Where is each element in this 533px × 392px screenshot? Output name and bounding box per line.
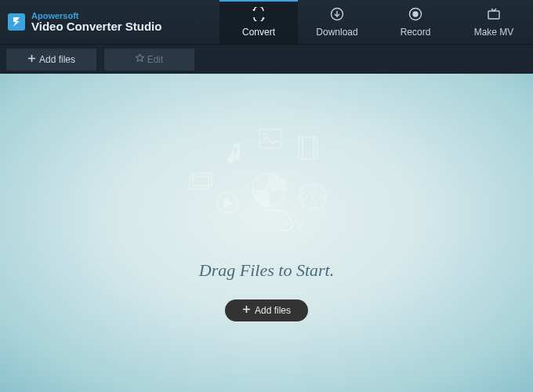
tabs: Convert Download Record	[219, 0, 533, 44]
add-files-primary-button[interactable]: Add files	[225, 299, 308, 321]
toolbar: Add files Edit	[0, 44, 533, 74]
svg-point-22	[319, 194, 325, 200]
play-circle-icon	[216, 191, 239, 215]
button-label: Add files	[39, 54, 75, 65]
button-label: Edit	[147, 54, 164, 65]
tab-make-mv[interactable]: Make MV	[455, 0, 533, 44]
film-icon	[298, 136, 318, 160]
svg-point-20	[299, 183, 326, 210]
note-icon	[227, 143, 245, 165]
brand: Apowersoft Video Converter Studio	[0, 0, 219, 44]
svg-point-21	[310, 186, 316, 191]
svg-point-25	[311, 195, 314, 198]
brand-product: Video Converter Studio	[31, 20, 161, 34]
tab-label: Download	[316, 27, 357, 38]
svg-point-23	[310, 203, 316, 209]
edit-icon	[136, 54, 144, 65]
svg-rect-6	[259, 129, 281, 148]
swirl-icon	[259, 207, 306, 238]
header: Apowersoft Video Converter Studio Conver…	[0, 0, 533, 44]
tab-convert[interactable]: Convert	[219, 0, 298, 44]
tab-label: Make MV	[474, 27, 514, 38]
media-illustration	[180, 129, 353, 246]
tab-label: Record	[401, 27, 431, 38]
brand-text: Apowersoft Video Converter Studio	[31, 11, 161, 34]
brand-logo-icon	[8, 13, 25, 31]
tab-download[interactable]: Download	[298, 0, 376, 44]
button-label: Add files	[255, 305, 291, 316]
svg-point-24	[302, 194, 307, 200]
brand-company: Apowersoft	[31, 11, 161, 20]
download-icon	[330, 7, 344, 24]
svg-point-7	[263, 133, 268, 138]
convert-icon	[251, 7, 266, 24]
add-files-button[interactable]: Add files	[6, 49, 96, 71]
tab-label: Convert	[242, 27, 275, 38]
svg-rect-3	[488, 11, 499, 19]
svg-point-2	[413, 12, 418, 16]
tab-record[interactable]: Record	[376, 0, 455, 44]
stack-icon	[188, 172, 215, 192]
drag-instruction: Drag Files to Start.	[199, 260, 334, 281]
workspace-dropzone[interactable]: Drag Files to Start. Add files	[0, 74, 533, 392]
tv-icon	[486, 7, 502, 24]
plus-icon	[242, 305, 251, 316]
record-icon	[408, 7, 422, 24]
edit-button: Edit	[104, 49, 194, 71]
disc-icon	[251, 172, 287, 208]
plus-icon	[27, 54, 36, 65]
image-icon	[259, 129, 282, 149]
